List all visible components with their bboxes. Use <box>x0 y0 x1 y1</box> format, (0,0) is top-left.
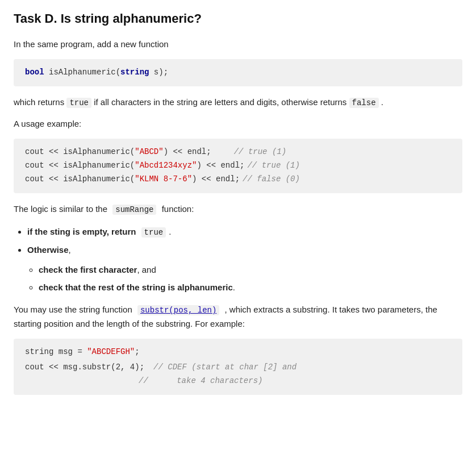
substr-mid-2: , <box>120 363 130 372</box>
code-line-1: cout << isAlphanumeric("ABCD") << endl;/… <box>25 145 451 159</box>
code-line-2: cout << isAlphanumeric("Abcd1234xyz") <<… <box>25 159 451 173</box>
desc-post: if all characters in the string are lett… <box>94 97 346 107</box>
usage-label: A usage example: <box>14 117 462 131</box>
func-rest2: s); <box>149 68 168 77</box>
code-str-3: "KLMN 8-7-6" <box>135 174 192 184</box>
keyword-bool: bool <box>25 68 44 77</box>
bullet-1-suffix: . <box>169 227 171 236</box>
code-pre-3: cout << isAlphanumeric( <box>25 174 135 184</box>
code-post-3: ) << endl; <box>192 174 240 184</box>
substr-comment-2: // CDEF (start at char [2] and <box>153 363 297 372</box>
inline-false: false <box>349 98 379 108</box>
code-str-1: "ABCD" <box>135 147 163 156</box>
func-rest: isAlphanumeric( <box>44 68 120 77</box>
substr-pre: You may use the string function <box>14 305 132 314</box>
substr-post-1: ; <box>135 347 139 356</box>
logic-pre: The logic is similar to the <box>14 204 107 214</box>
bullet-1-bold: if the sting is empty, return <box>27 227 136 236</box>
code-str-2: "Abcd1234xyz" <box>135 161 197 170</box>
bullet-2-suffix: , <box>69 245 71 255</box>
substr-description: You may use the string function substr(p… <box>14 303 462 330</box>
substr-num2-2: 4 <box>130 363 135 372</box>
code-line-3: cout << isAlphanumeric("KLMN 8-7-6") << … <box>25 173 451 186</box>
page-title: Task D. Is string alphanumeric? <box>14 11 462 26</box>
keyword-string: string <box>120 68 149 77</box>
sub-bullet-1-suffix: , and <box>137 265 156 274</box>
bullet-1-inline: true <box>141 227 166 238</box>
desc-end: . <box>381 97 383 107</box>
usage-code-block: cout << isAlphanumeric("ABCD") << endl;/… <box>14 139 462 193</box>
sub-bullet-1-bold: check the first character <box>39 265 137 274</box>
sub-bullet-2: check that the rest of the string is alp… <box>39 280 462 295</box>
substr-str-1: "ABCDEFGH" <box>87 347 135 356</box>
function-signature-block: bool isAlphanumeric(string s); <box>14 59 462 86</box>
sub-bullet-2-bold: check that the rest of the string is alp… <box>39 282 233 292</box>
bullet-2-bold: Otherwise <box>27 245 69 255</box>
bullet-2: Otherwise, check the first character, an… <box>27 242 462 295</box>
substr-line-1: string msg = "ABCDEFGH"; <box>25 345 451 359</box>
substr-post2-2: ); <box>135 363 144 372</box>
bullet-1: if the sting is empty, return true. <box>27 224 462 240</box>
logic-post: function: <box>162 204 194 214</box>
code-post-1: ) << endl; <box>164 147 211 156</box>
desc-pre: which returns <box>14 97 64 107</box>
substr-line-2: cout << msg.substr(2, 4);// CDEF (start … <box>25 361 451 374</box>
substr-line-3: // take 4 characters) <box>25 374 451 388</box>
code-comment-2: // true (1) <box>247 161 299 170</box>
sub-bullet-2-suffix: . <box>233 282 235 292</box>
main-bullets: if the sting is empty, return true. Othe… <box>27 224 462 295</box>
code-post-2: ) << endl; <box>197 161 244 170</box>
substr-link[interactable]: substr(pos, len) <box>137 305 219 315</box>
substr-code-block: string msg = "ABCDEFGH"; cout << msg.sub… <box>14 339 462 395</box>
code-comment-1: // true (1) <box>234 147 286 156</box>
description-line: which returns true if all characters in … <box>14 95 462 109</box>
substr-pre-1: string msg = <box>25 347 87 356</box>
code-pre-2: cout << isAlphanumeric( <box>25 161 135 170</box>
substr-pre-2: cout << msg.substr( <box>25 363 116 372</box>
sub-bullet-1: check the first character, and <box>39 262 462 277</box>
sub-bullets: check the first character, and check tha… <box>39 262 462 295</box>
inline-true: true <box>66 98 91 108</box>
code-comment-3: // false (0) <box>243 174 300 184</box>
logic-line: The logic is similar to the sumRange fun… <box>14 202 462 216</box>
code-pre-1: cout << isAlphanumeric( <box>25 147 135 156</box>
intro-text: In the same program, add a new function <box>14 38 462 51</box>
substr-comment-3: // take 4 characters) <box>139 376 262 385</box>
substr-num-2: 2 <box>116 363 120 372</box>
logic-inline: sumRange <box>112 205 156 215</box>
